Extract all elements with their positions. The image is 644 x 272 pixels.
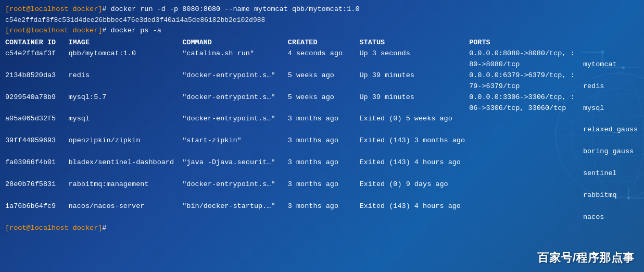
table-row: fa03966f4b01 bladex/sentinel-dashboard "…: [5, 157, 639, 168]
table-header: CONTAINER ID IMAGE COMMAND CREATED STATU…: [5, 38, 639, 48]
table-row: 9299540a78b9 mysql:5.7 "docker-entrypoin…: [5, 92, 639, 103]
table-row: a05a065d32f5 mysql "docker-entrypoint.s……: [5, 114, 639, 125]
table-row-name-8: nacos: [5, 212, 639, 223]
table-row-name-2: 79->6379/tcp redis: [5, 81, 639, 92]
final-prompt: [root@localhost docker]#: [5, 223, 639, 234]
table-row: 28e0b76f5831 rabbitmq:management "docker…: [5, 179, 639, 190]
table-row-name-3: 06->3306/tcp, 33060/tcp mysql: [5, 103, 639, 114]
table-row: c54e2ffdaf3f qbb/mytomcat:1.0 "catalina.…: [5, 48, 639, 59]
container-hash: c54e2ffdaf3f8c531d4dee26bbbec476e3ded3f4…: [5, 15, 639, 26]
command-line-2: [root@localhost docker]# docker ps -a: [5, 26, 639, 36]
table-row-name-7: rabbitmq: [5, 190, 639, 201]
watermark: 百家号/程序那点事: [537, 250, 635, 266]
command-line-1: [root@localhost docker]# docker run -d -…: [5, 4, 639, 15]
table-row: 39ff44059693 openzipkin/zipkin "start-zi…: [5, 135, 639, 146]
table-row-name-1: 80->8080/tcp mytomcat: [5, 59, 639, 70]
table-row: 2134b8520da3 redis "docker-entrypoint.s……: [5, 70, 639, 81]
table-row: 1a76b6b64fc9 nacos/nacos-server "bin/doc…: [5, 201, 639, 212]
table-row-name-4: relaxed_gauss: [5, 125, 639, 135]
table-row-name-6: sentinel: [5, 168, 639, 179]
terminal: [root@localhost docker]# docker run -d -…: [0, 0, 644, 272]
table-row-name-5: boring_gauss: [5, 146, 639, 157]
